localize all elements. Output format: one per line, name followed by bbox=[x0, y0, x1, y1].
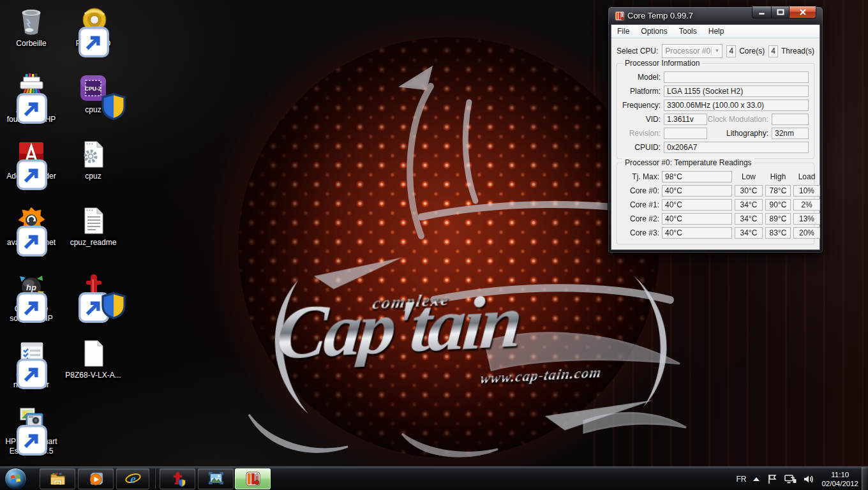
frequency-label: Frequency: bbox=[622, 101, 661, 110]
menu-options[interactable]: Options bbox=[635, 25, 673, 38]
show-desktop-button[interactable] bbox=[862, 467, 868, 490]
minimize-button[interactable] bbox=[752, 6, 772, 19]
cpuz-app-icon: CPU-Z bbox=[78, 73, 108, 103]
network-icon[interactable] bbox=[784, 474, 797, 484]
desktop-icon-poweriso[interactable]: PowerISO bbox=[65, 6, 121, 48]
wallpaper-brand-main: Cap'tain bbox=[274, 283, 523, 372]
wallpaper-logo: complexe Cap'tain www.cap-tain.com bbox=[257, 264, 685, 432]
coretemp-app-icon bbox=[615, 11, 625, 21]
lithography-field[interactable]: 32nm bbox=[772, 128, 809, 139]
threads-count-field: 4 bbox=[768, 45, 778, 57]
tjmax-field[interactable]: 98°C bbox=[662, 171, 732, 182]
core0-high-field[interactable]: 78°C bbox=[765, 185, 791, 197]
shortcut-arrow-icon bbox=[17, 160, 26, 169]
core2-temp-field[interactable]: 40°C bbox=[662, 213, 732, 225]
desktop-icon-avast[interactable]: avast! Internet Security bbox=[3, 205, 59, 257]
svg-text:e: e bbox=[130, 472, 136, 486]
core0-low-field[interactable]: 30°C bbox=[735, 185, 763, 197]
close-button[interactable] bbox=[789, 6, 816, 19]
taskbar-separator bbox=[154, 469, 156, 489]
blank-file-icon bbox=[78, 338, 108, 369]
core1-low-field[interactable]: 34°C bbox=[735, 199, 763, 211]
platform-label: Platform: bbox=[622, 87, 661, 96]
hp-printer-icon bbox=[16, 73, 47, 103]
core2-high-field[interactable]: 89°C bbox=[765, 213, 791, 225]
explorer-folder-icon bbox=[49, 470, 66, 487]
vid-field[interactable]: 1.3611v bbox=[664, 114, 707, 125]
occt-icon bbox=[169, 470, 186, 487]
desktop-icon-cpuz-app[interactable]: CPU-Z cpuz bbox=[65, 73, 121, 115]
cores-label: Core(s) bbox=[739, 47, 765, 56]
processor-information-group: Processor Information Model: Platform: L… bbox=[617, 63, 814, 159]
cpu-combobox-value: Processor #0 bbox=[665, 47, 710, 56]
shortcut-arrow-icon bbox=[79, 292, 88, 302]
cores-count-field: 4 bbox=[726, 45, 736, 57]
model-field[interactable] bbox=[664, 71, 809, 83]
hp-solution-center-icon: hp bbox=[16, 272, 47, 302]
desktop-icon-p8z68-file[interactable]: P8Z68-V-LX-A... bbox=[65, 338, 121, 380]
clock-time: 11:10 bbox=[821, 470, 858, 479]
cpuid-field[interactable]: 0x206A7 bbox=[664, 142, 809, 153]
volume-icon[interactable] bbox=[804, 474, 814, 484]
desktop-icon-corbeille[interactable]: Corbeille bbox=[3, 6, 59, 48]
taskbar-ie-button[interactable]: e bbox=[116, 468, 149, 489]
column-header-low: Low bbox=[735, 172, 763, 181]
chevron-down-icon: ▼ bbox=[711, 47, 720, 56]
clock-modulation-field bbox=[772, 114, 809, 125]
desktop-icon-choix-navigateur[interactable]: Choix de navigateur bbox=[3, 338, 59, 390]
desktop-icon-adobe-reader[interactable]: Adobe Reader X bbox=[3, 139, 59, 191]
core0-temp-field[interactable]: 40°C bbox=[662, 185, 732, 197]
desktop-icon-label: cpuz bbox=[65, 172, 121, 181]
core1-high-field[interactable]: 90°C bbox=[765, 199, 791, 211]
lithography-label: Lithography: bbox=[707, 129, 768, 138]
desktop-icon-cpuz-ini[interactable]: cpuz bbox=[65, 139, 121, 181]
shortcut-arrow-icon bbox=[79, 27, 88, 36]
desktop-icon-occt[interactable]: OCCT bbox=[65, 272, 121, 314]
menu-tools[interactable]: Tools bbox=[673, 25, 703, 38]
core2-low-field[interactable]: 34°C bbox=[735, 213, 763, 225]
menu-help[interactable]: Help bbox=[703, 25, 730, 38]
core2-load-field[interactable]: 13% bbox=[793, 213, 820, 225]
desktop-icon-achat-fournitures-hp[interactable]: Achat de fournitures HP bbox=[3, 73, 59, 124]
maximize-button[interactable] bbox=[772, 6, 789, 19]
core2-label: Core #2: bbox=[622, 214, 659, 223]
language-indicator[interactable]: FR bbox=[736, 475, 746, 484]
menu-file[interactable]: File bbox=[611, 25, 635, 38]
taskbar-occt-button[interactable] bbox=[160, 468, 195, 489]
platform-field[interactable]: LGA 1155 (Socket H2) bbox=[664, 85, 809, 97]
core1-temp-field[interactable]: 40°C bbox=[662, 199, 732, 211]
core1-load-field[interactable]: 2% bbox=[793, 199, 820, 211]
show-hidden-icons-icon[interactable] bbox=[753, 477, 760, 481]
taskbar-photo-viewer-button[interactable] bbox=[198, 468, 234, 489]
avast-icon bbox=[16, 205, 47, 236]
taskbar-coretemp-button[interactable] bbox=[235, 468, 271, 489]
adobe-reader-icon bbox=[16, 139, 47, 170]
cpu-combobox[interactable]: Processor #0 ▼ bbox=[662, 44, 722, 58]
title-bar[interactable]: Core Temp 0.99.7 bbox=[611, 7, 820, 24]
taskbar-explorer-button[interactable] bbox=[40, 468, 75, 489]
action-center-flag-icon[interactable] bbox=[767, 474, 777, 484]
desktop-icon-label: Corbeille bbox=[3, 39, 59, 48]
core0-label: Core #0: bbox=[622, 186, 659, 195]
start-button[interactable] bbox=[4, 468, 27, 490]
poweriso-disc-icon bbox=[78, 6, 108, 37]
svg-text:hp: hp bbox=[26, 283, 36, 292]
core0-load-field[interactable]: 10% bbox=[793, 185, 820, 197]
desktop-icon-hp-photosmart[interactable]: HP Photosmart Essential 3.5 bbox=[3, 405, 59, 456]
windows-flag-icon bbox=[10, 473, 22, 485]
svg-text:CPU-Z: CPU-Z bbox=[85, 85, 101, 92]
core3-low-field[interactable]: 34°C bbox=[735, 227, 763, 239]
taskbar-media-player-button[interactable] bbox=[78, 468, 114, 489]
column-header-load: Load bbox=[793, 172, 820, 181]
shortcut-arrow-icon bbox=[17, 425, 26, 434]
core3-temp-field[interactable]: 40°C bbox=[662, 227, 732, 239]
core3-load-field[interactable]: 20% bbox=[793, 227, 820, 239]
desktop-icon-centre-solutions-hp[interactable]: hp Centre de solutions HP bbox=[3, 272, 59, 323]
core3-high-field[interactable]: 83°C bbox=[765, 227, 791, 239]
desktop-icon-cpuz-readme[interactable]: cpuz_readme bbox=[65, 205, 121, 248]
desktop-icon-label: cpuz_readme bbox=[65, 238, 121, 248]
taskbar-clock[interactable]: 11:10 02/04/2012 bbox=[821, 470, 858, 488]
menu-bar: File Options Tools Help bbox=[611, 25, 819, 38]
frequency-field[interactable]: 3300.06MHz (100.00 x 33.0) bbox=[664, 100, 809, 111]
hp-photosmart-icon bbox=[16, 405, 47, 435]
